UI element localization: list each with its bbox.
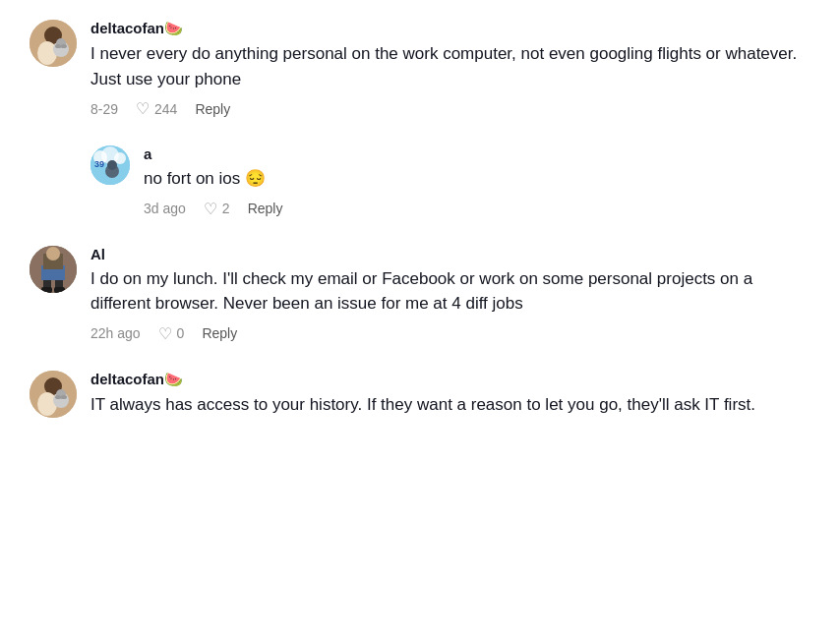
al-avatar: [30, 246, 77, 293]
comment-1: deltacofan🍉 I never every do anything pe…: [30, 20, 810, 118]
heart-icon-2: ♡: [204, 200, 217, 218]
comment-1-meta: 8-29 ♡ 244 Reply: [90, 99, 810, 118]
comment-1-body: deltacofan🍉 I never every do anything pe…: [90, 20, 810, 118]
comment-1-likes-group: ♡ 244: [136, 99, 177, 118]
comment-1-username: deltacofan🍉: [90, 20, 810, 37]
a-avatar: 39: [90, 145, 130, 185]
deltacofan2-avatar: [30, 371, 77, 418]
comment-3-username: Al: [90, 246, 810, 262]
comment-3-meta: 22h ago ♡ 0 Reply: [90, 324, 810, 343]
comment-3-likes-group: ♡ 0: [158, 324, 185, 343]
comment-2-like-count: 2: [222, 201, 230, 216]
comment-2-timestamp: 3d ago: [144, 201, 186, 216]
svg-point-5: [55, 44, 61, 48]
comment-4-text: IT always has access to your history. If…: [90, 392, 810, 418]
comment-1-reply-button[interactable]: Reply: [195, 101, 230, 117]
comment-2-text: no fort on ios 😔: [144, 166, 810, 192]
comment-4-body: deltacofan🍉 IT always has access to your…: [90, 371, 810, 426]
comment-2-likes-group: ♡ 2: [204, 200, 230, 218]
svg-point-27: [55, 395, 61, 399]
comment-3: Al I do on my lunch. I'll check my email…: [30, 246, 810, 343]
svg-point-13: [107, 160, 117, 170]
comment-2-username: a: [144, 145, 810, 162]
svg-rect-20: [41, 287, 52, 293]
heart-icon: ♡: [136, 99, 150, 118]
heart-icon-3: ♡: [158, 324, 172, 343]
comment-1-like-count: 244: [154, 101, 177, 117]
comment-2: 39 a no fort on ios 😔 3d ago ♡ 2 Reply: [90, 145, 810, 218]
comment-3-like-count: 0: [177, 325, 185, 341]
comment-3-body: Al I do on my lunch. I'll check my email…: [90, 246, 810, 343]
comment-2-body: a no fort on ios 😔 3d ago ♡ 2 Reply: [144, 145, 810, 218]
svg-point-6: [61, 44, 67, 48]
comment-3-text: I do on my lunch. I'll check my email or…: [90, 266, 810, 317]
deltacofan-avatar: [30, 20, 77, 67]
svg-point-24: [37, 392, 57, 416]
svg-point-2: [37, 41, 57, 65]
comment-1-timestamp: 8-29: [90, 101, 118, 117]
comment-4-username: deltacofan🍉: [90, 371, 810, 388]
comment-2-reply-button[interactable]: Reply: [248, 201, 283, 216]
comment-4: deltacofan🍉 IT always has access to your…: [30, 371, 810, 426]
comment-3-timestamp: 22h ago: [90, 325, 141, 341]
comment-1-text: I never every do anything personal on th…: [90, 41, 810, 91]
svg-point-19: [46, 247, 60, 261]
svg-point-28: [61, 395, 67, 399]
comment-2-meta: 3d ago ♡ 2 Reply: [144, 200, 810, 218]
comment-3-reply-button[interactable]: Reply: [202, 325, 237, 341]
svg-rect-21: [54, 287, 65, 293]
svg-text:39: 39: [94, 159, 104, 169]
